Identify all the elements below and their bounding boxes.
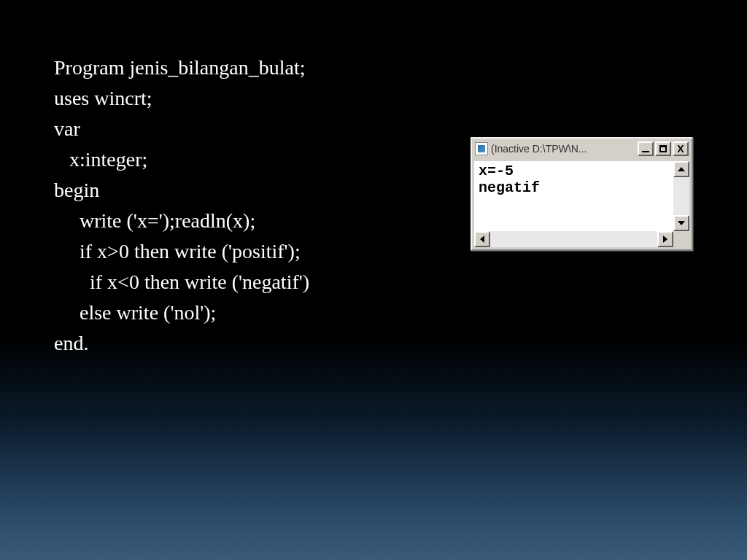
code-line: var <box>54 117 80 140</box>
vertical-scrollbar[interactable] <box>673 161 689 231</box>
code-line: begin <box>54 179 99 201</box>
code-line: write ('x=');readln(x); <box>54 209 255 232</box>
horizontal-scrollbar[interactable] <box>474 231 673 247</box>
console-output: x=-5 negatif <box>474 161 673 231</box>
code-line: Program jenis_bilangan_bulat; <box>54 56 306 79</box>
arrow-left-icon <box>480 236 484 243</box>
arrow-right-icon <box>663 236 667 243</box>
output-line: negatif <box>479 179 540 196</box>
scroll-down-button[interactable] <box>673 215 689 231</box>
scroll-right-button[interactable] <box>657 231 673 247</box>
maximize-icon <box>659 145 667 152</box>
arrow-up-icon <box>678 167 685 171</box>
scroll-left-button[interactable] <box>474 231 490 247</box>
scroll-corner <box>673 231 689 247</box>
code-line: x:integer; <box>54 148 147 171</box>
output-line: x=-5 <box>479 163 514 179</box>
code-line: end. <box>54 332 88 354</box>
console-body: x=-5 negatif <box>474 161 689 247</box>
minimize-button[interactable] <box>638 141 654 156</box>
close-icon: X <box>677 144 684 154</box>
maximize-button[interactable] <box>655 141 671 156</box>
code-line: if x<0 then write ('negatif') <box>54 271 309 293</box>
scroll-up-button[interactable] <box>673 161 689 177</box>
console-window: (Inactive D:\TPW\N... X x=-5 negatif <box>471 137 693 251</box>
app-icon <box>475 142 488 155</box>
window-controls: X <box>638 141 689 156</box>
arrow-down-icon <box>678 221 685 225</box>
minimize-icon <box>642 151 649 152</box>
pascal-code-block: Program jenis_bilangan_bulat; uses wincr… <box>54 22 309 359</box>
titlebar: (Inactive D:\TPW\N... X <box>472 139 692 159</box>
code-line: else write ('nol'); <box>54 301 216 324</box>
code-line: uses wincrt; <box>54 87 152 109</box>
close-button[interactable]: X <box>673 141 689 156</box>
window-title: (Inactive D:\TPW\N... <box>491 143 635 155</box>
code-line: if x>0 then write ('positif'); <box>54 240 301 262</box>
